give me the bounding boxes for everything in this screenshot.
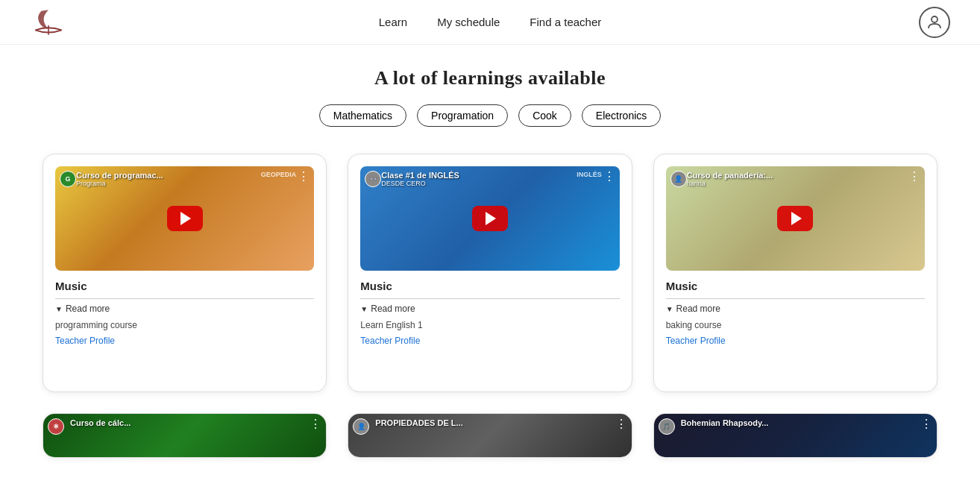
- main-content: A lot of learnings available Mathematics…: [0, 45, 980, 478]
- thumb-title: Curso de panadería:...: [687, 171, 773, 180]
- user-icon: [926, 13, 943, 31]
- video-thumbnail[interactable]: G Curso de programac... Programa GEOPEDI…: [55, 166, 314, 271]
- card-title: Music: [55, 280, 314, 292]
- card-title: Music: [666, 280, 925, 292]
- play-button[interactable]: [167, 206, 203, 231]
- channel-icon: 👤: [670, 171, 687, 187]
- nav-links: Learn My schedule Find a teacher: [379, 16, 601, 28]
- play-button[interactable]: [777, 206, 813, 231]
- card-description: programming course: [55, 320, 314, 330]
- channel-icon: ⚛: [48, 418, 64, 435]
- teacher-profile-link[interactable]: Teacher Profile: [666, 336, 726, 346]
- filter-tags: MathematicsProgramationCookElectronics: [30, 104, 950, 127]
- read-more-toggle[interactable]: ▼ Read more: [55, 298, 314, 314]
- logo-icon: [30, 7, 67, 37]
- video-thumbnail[interactable]: 👤 Curso de panadería:... harina ⋮: [666, 166, 925, 271]
- partial-video-thumbnail[interactable]: ⚛ Curso de cálc... ⋮: [43, 414, 326, 457]
- partial-course-card: 👤 PROPIEDADES DE L... ⋮: [348, 413, 632, 458]
- partial-cards-grid: ⚛ Curso de cálc... ⋮ 👤 PROPIEDADES DE L.…: [43, 413, 937, 458]
- thumb-title: Curso de cálc...: [70, 418, 131, 427]
- cards-grid: G Curso de programac... Programa GEOPEDI…: [43, 154, 937, 392]
- thumb-subtitle: DESDE CERO: [381, 180, 426, 187]
- channel-icon: 👓: [365, 171, 381, 187]
- read-more-label: Read more: [66, 304, 110, 314]
- partial-course-card: ⚛ Curso de cálc... ⋮: [43, 413, 327, 458]
- thumb-title: Curso de programac...: [76, 171, 163, 180]
- svg-point-1: [932, 16, 937, 22]
- nav-learn[interactable]: Learn: [379, 16, 407, 28]
- thumb-menu-icon[interactable]: ⋮: [310, 418, 321, 430]
- channel-icon: 👤: [353, 418, 369, 435]
- thumb-title: Bohemian Rhapsody...: [681, 418, 769, 427]
- thumb-subtitle: harina: [687, 180, 706, 187]
- partial-video-thumbnail[interactable]: 🎵 Bohemian Rhapsody... ⋮: [654, 414, 937, 457]
- thumb-menu-icon[interactable]: ⋮: [298, 171, 310, 183]
- nav-schedule[interactable]: My schedule: [437, 16, 500, 28]
- yt-label: GEOPEDIA: [261, 171, 297, 178]
- course-card: G Curso de programac... Programa GEOPEDI…: [43, 154, 327, 392]
- header: Learn My schedule Find a teacher: [0, 0, 980, 45]
- thumb-title: PROPIEDADES DE L...: [375, 418, 462, 427]
- play-button[interactable]: [472, 206, 508, 231]
- thumb-subtitle: Programa: [76, 180, 106, 187]
- card-description: Learn English 1: [360, 320, 619, 330]
- logo: [30, 7, 67, 37]
- teacher-profile-link[interactable]: Teacher Profile: [360, 336, 420, 346]
- filter-tag-programation[interactable]: Programation: [417, 104, 508, 127]
- chevron-down-icon: ▼: [55, 305, 63, 313]
- chevron-down-icon: ▼: [360, 305, 368, 313]
- user-avatar-button[interactable]: [919, 7, 950, 38]
- partial-course-card: 🎵 Bohemian Rhapsody... ⋮: [653, 413, 937, 458]
- channel-icon: 🎵: [659, 418, 675, 435]
- chevron-down-icon: ▼: [666, 305, 673, 313]
- yt-label: INGLÉS: [577, 171, 602, 178]
- course-card: 👤 Curso de panadería:... harina ⋮ Music …: [653, 154, 937, 392]
- channel-icon: G: [60, 171, 76, 187]
- read-more-toggle[interactable]: ▼ Read more: [360, 298, 619, 314]
- filter-tag-cook[interactable]: Cook: [518, 104, 571, 127]
- thumb-menu-icon[interactable]: ⋮: [603, 171, 615, 183]
- read-more-label: Read more: [676, 304, 720, 314]
- filter-tag-electronics[interactable]: Electronics: [582, 104, 661, 127]
- thumb-title: Clase #1 de INGLÉS: [381, 171, 459, 180]
- page-title: A lot of learnings available: [30, 67, 950, 89]
- filter-tag-mathematics[interactable]: Mathematics: [319, 104, 406, 127]
- partial-video-thumbnail[interactable]: 👤 PROPIEDADES DE L... ⋮: [348, 414, 631, 457]
- card-title: Music: [360, 280, 619, 292]
- read-more-label: Read more: [371, 304, 415, 314]
- thumb-menu-icon[interactable]: ⋮: [615, 418, 627, 430]
- teacher-profile-link[interactable]: Teacher Profile: [55, 336, 115, 346]
- video-thumbnail[interactable]: 👓 Clase #1 de INGLÉS DESDE CERO INGLÉS ⋮: [360, 166, 619, 271]
- nav-find-teacher[interactable]: Find a teacher: [530, 16, 601, 28]
- thumb-menu-icon[interactable]: ⋮: [908, 171, 920, 183]
- thumb-menu-icon[interactable]: ⋮: [920, 418, 932, 430]
- course-card: 👓 Clase #1 de INGLÉS DESDE CERO INGLÉS ⋮…: [348, 154, 632, 392]
- read-more-toggle[interactable]: ▼ Read more: [666, 298, 925, 314]
- card-description: baking course: [666, 320, 925, 330]
